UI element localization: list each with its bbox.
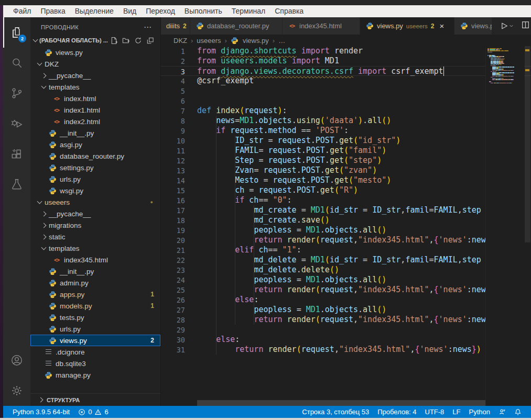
chevron-down-icon (33, 37, 38, 42)
tree-file-.dcignore[interactable]: .dcignore (30, 346, 160, 358)
outline-section-header[interactable]: СТРУКТУРА (30, 393, 160, 406)
extensions-icon[interactable] (3, 139, 30, 169)
tab-label: index345.html (299, 22, 342, 30)
problems-count-badge: 1 (150, 302, 154, 310)
menu-item-переход[interactable]: Переход (141, 5, 180, 17)
minimap[interactable] (485, 47, 524, 406)
menu-item-выполнить[interactable]: Выполнить (180, 5, 227, 17)
workspace-section-header[interactable]: (РАБОЧАЯ ОБЛАСТЬ) ... (30, 34, 160, 47)
tree-file-models.py[interactable]: models.py1 (30, 300, 160, 312)
source-control-icon[interactable] (3, 78, 30, 108)
python-file-icon (48, 290, 57, 299)
testing-icon[interactable] (3, 169, 30, 200)
code-editor[interactable]: 1from django.shortcuts import render2fro… (161, 46, 531, 406)
menu-item-вид[interactable]: Вид (118, 5, 141, 17)
breadcrumb-item[interactable]: … (278, 37, 285, 45)
close-tab-icon[interactable]: × (439, 21, 444, 30)
settings-icon[interactable] (3, 375, 30, 406)
menu-item-файл[interactable]: Файл (8, 5, 36, 17)
line-number: 21 (161, 245, 185, 255)
tab-database_roouter.py[interactable]: database_roouter.py (190, 17, 283, 35)
modified-dot-icon: ● (150, 200, 153, 205)
tree-file-settings.py[interactable]: settings.py (30, 162, 160, 173)
tree-file-urls.py[interactable]: urls.py (30, 173, 160, 185)
error-count: 0 (88, 408, 92, 416)
tree-file-index1.html[interactable]: <>index1.html (30, 104, 160, 116)
menu-item-выделение[interactable]: Выделение (70, 5, 118, 17)
explorer-icon[interactable]: 2 (3, 17, 30, 48)
tree-folder-templates[interactable]: templates (30, 242, 160, 254)
chevron-down-icon (37, 61, 42, 66)
tree-file-apps.py[interactable]: apps.py1 (30, 289, 160, 300)
python-file-icon (48, 279, 57, 287)
breadcrumb[interactable]: DKZ›useeers›views.py›… (161, 35, 531, 46)
sidebar-title: ПРОВОДНИК (41, 24, 79, 30)
tab-views.py[interactable]: views.pyuseeers2× (360, 17, 454, 35)
python-file-icon (48, 163, 57, 172)
python-interpreter-status[interactable]: Python 3.9.5 64-bit (8, 408, 74, 416)
tree-file-views.py[interactable]: views.py (30, 47, 160, 58)
tree-file-urls.py[interactable]: urls.py (30, 323, 160, 335)
line-number: 29 (161, 325, 185, 335)
tab-diiits[interactable]: diiits2● (161, 17, 190, 35)
indent-guide (254, 205, 254, 325)
account-icon[interactable] (3, 345, 30, 375)
tree-folder-static[interactable]: static (30, 231, 160, 242)
tree-file-tests.py[interactable]: tests.py (30, 312, 160, 323)
menu-item-справка[interactable]: Справка (270, 5, 308, 17)
tree-file-__init__.py[interactable]: __init__.py (30, 266, 160, 277)
tree-folder-DKZ[interactable]: DKZ (30, 58, 160, 70)
breadcrumb-item[interactable]: DKZ (174, 37, 187, 45)
refresh-icon[interactable] (134, 37, 142, 45)
horizontal-scrollbar-thumb[interactable] (197, 400, 485, 406)
encoding-status[interactable]: UTF-8 (421, 408, 449, 416)
tree-file-asgi.py[interactable]: asgi.py (30, 139, 160, 150)
tree-folder-__pycache__[interactable]: __pycache__ (30, 208, 160, 219)
tree-file-db.sqlite3[interactable]: db.sqlite3 (30, 358, 160, 369)
tree-file-wsgi.py[interactable]: wsgi.py (30, 185, 160, 196)
chevron-down-icon (41, 245, 47, 250)
tree-file-index.html[interactable]: <>index.html (30, 93, 160, 104)
collapse-folders-icon[interactable] (146, 37, 154, 45)
tree-file-index2.html[interactable]: <>index2.html (30, 116, 160, 127)
breadcrumb-item[interactable]: views.py (243, 37, 269, 45)
tree-folder-__pycache__[interactable]: __pycache__ (30, 70, 160, 81)
breadcrumb-item[interactable]: useeers (197, 37, 221, 45)
breadcrumb-separator-icon: › (225, 37, 227, 45)
chevron-right-icon (41, 234, 47, 239)
search-icon[interactable] (3, 48, 30, 78)
tab-index345.html[interactable]: <>index345.html (283, 17, 360, 35)
tree-folder-useeers[interactable]: useeers● (30, 196, 160, 208)
cursor-position-status[interactable]: Строка 3, столбец 53 (298, 408, 373, 416)
feedback-icon[interactable] (494, 408, 510, 416)
menu-item-терминал[interactable]: Терминал (227, 5, 270, 17)
tree-file-__init__.py[interactable]: __init__.py (30, 127, 160, 139)
tree-file-database_roouter.py[interactable]: database_roouter.py (30, 150, 160, 162)
tree-file-manage.py[interactable]: manage.py (30, 369, 160, 381)
new-file-icon[interactable] (110, 37, 118, 45)
notifications-bell-icon[interactable] (510, 408, 526, 416)
problems-status[interactable]: 0 6 (74, 408, 112, 416)
tree-file-admin.py[interactable]: admin.py (30, 277, 160, 289)
tab-views.py[interactable]: views.py (454, 17, 492, 35)
vertical-scrollbar[interactable] (524, 46, 531, 406)
sidebar-more-actions-icon[interactable]: ⋯ (144, 23, 152, 32)
run-python-file-icon[interactable] (500, 21, 514, 30)
run-debug-icon[interactable] (3, 108, 30, 139)
line-number: 1 (161, 46, 185, 56)
new-folder-icon[interactable] (122, 37, 130, 45)
tree-folder-migrations[interactable]: migrations (30, 219, 160, 231)
vertical-scrollbar-thumb[interactable] (525, 46, 530, 242)
tree-item-label: templates (49, 245, 80, 252)
menu-item-правка[interactable]: Правка (36, 5, 70, 17)
indentation-status[interactable]: Пробелов: 4 (373, 408, 420, 416)
language-mode-status[interactable]: Python (465, 408, 494, 416)
tree-file-index345.html[interactable]: <>index345.html (30, 254, 160, 266)
chevron-down-icon (37, 199, 42, 204)
warning-icon (94, 408, 102, 416)
tree-file-views.py[interactable]: views.py2 (30, 335, 160, 346)
tree-item-label: tests.py (60, 314, 84, 322)
eol-status[interactable]: LF (448, 408, 464, 416)
split-editor-icon[interactable] (521, 20, 530, 31)
tree-folder-templates[interactable]: templates (30, 81, 160, 93)
